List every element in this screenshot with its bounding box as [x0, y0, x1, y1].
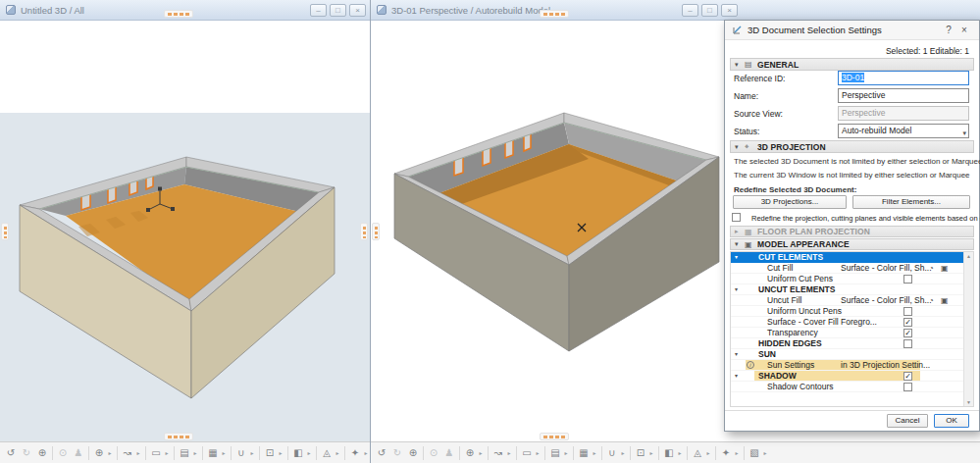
- chevron-right-icon[interactable]: ▸: [362, 449, 370, 456]
- caret-right-icon[interactable]: ▸: [735, 228, 745, 235]
- cancel-button[interactable]: Cancel: [887, 414, 928, 428]
- section-general[interactable]: ▾ ▤ GENERAL: [730, 58, 974, 71]
- screen-tool-button[interactable]: ⊡▸: [262, 444, 285, 462]
- tree-row-uniform-cut-pens[interactable]: Uniform Cut Pens: [731, 274, 963, 284]
- chevron-right-icon[interactable]: ▸: [334, 449, 341, 456]
- explore-button[interactable]: ♟: [441, 444, 457, 462]
- explore-button[interactable]: ♟: [71, 444, 86, 462]
- tree-row-shadow-contours[interactable]: Shadow Contours: [731, 382, 963, 392]
- reference-id-field[interactable]: 3D-01: [838, 71, 969, 85]
- clone-tool-button[interactable]: ◧▸: [661, 444, 685, 462]
- element-tool-button[interactable]: ▤▸: [547, 444, 571, 462]
- chevron-right-icon[interactable]: ▸: [134, 449, 142, 456]
- pan-options-button[interactable]: ↝▸: [120, 444, 143, 462]
- chevron-right-icon[interactable]: ▸: [591, 449, 598, 456]
- chevron-right-icon[interactable]: ▸: [191, 449, 199, 456]
- pane-splitter-left[interactable]: [372, 223, 380, 240]
- tree-row-shadow[interactable]: ▾SHADOW✓: [731, 371, 963, 382]
- pane-splitter-left[interactable]: [1, 223, 9, 240]
- surface-icon[interactable]: ▣: [941, 263, 949, 274]
- checkbox[interactable]: ✓: [903, 318, 912, 327]
- caret-down-icon[interactable]: ▾: [735, 349, 738, 360]
- tree-row-cut-elements[interactable]: ▾CUT ELEMENTS: [731, 252, 963, 263]
- scroll-down-icon[interactable]: ▼: [964, 399, 973, 405]
- checkbox[interactable]: ✓: [903, 329, 912, 337]
- tree-scrollbar[interactable]: ▲ ▼: [963, 252, 973, 406]
- pane-splitter-right[interactable]: [360, 223, 368, 240]
- caret-down-icon[interactable]: ▾: [735, 371, 738, 382]
- restore-button[interactable]: □: [701, 4, 718, 17]
- pan-options-button[interactable]: ↝▸: [490, 444, 514, 462]
- orbit-button[interactable]: ⊙: [426, 444, 441, 462]
- checkbox[interactable]: [903, 307, 912, 316]
- pane-splitter-top[interactable]: [164, 10, 193, 18]
- chevron-right-icon[interactable]: ▸: [619, 449, 627, 456]
- chevron-right-icon[interactable]: ▸: [733, 449, 741, 456]
- chevron-right-icon[interactable]: ▸: [676, 449, 684, 456]
- pens-icon[interactable]: ◔: [929, 295, 934, 306]
- zoom-to-fit-button[interactable]: ⊕: [405, 444, 421, 462]
- chevron-right-icon[interactable]: ▸: [534, 449, 542, 456]
- previous-view-button[interactable]: ↺: [374, 444, 389, 462]
- minimize-button[interactable]: –: [310, 4, 327, 17]
- tree-row-uniform-uncut-pens[interactable]: Uniform Uncut Pens: [731, 306, 963, 317]
- element-tool-button[interactable]: ▤▸: [177, 444, 200, 462]
- 3d-projections-button[interactable]: 3D Projections...: [733, 195, 847, 209]
- checkbox[interactable]: [903, 275, 912, 283]
- zoom-to-fit-button[interactable]: ⊕: [34, 444, 50, 462]
- chevron-right-icon[interactable]: ▸: [163, 449, 171, 456]
- morph-tool-button[interactable]: ◬▸: [690, 444, 713, 462]
- chevron-right-icon[interactable]: ▸: [248, 449, 256, 456]
- pane-splitter-bottom[interactable]: [540, 433, 569, 440]
- caret-down-icon[interactable]: ▾: [735, 61, 745, 69]
- chevron-right-icon[interactable]: ▸: [220, 449, 228, 456]
- box-tool-button[interactable]: ▧▸: [747, 444, 770, 462]
- name-field[interactable]: Perspective: [838, 88, 969, 103]
- tree-row-cut-fill[interactable]: Cut FillSurface - Color Fill, Sh...◔▣: [731, 263, 963, 274]
- clone-tool-button[interactable]: ◧▸: [290, 444, 314, 462]
- morph-tool-button[interactable]: ◬▸: [319, 444, 342, 462]
- dialog-close-button[interactable]: ×: [956, 25, 972, 35]
- previous-view-button[interactable]: ↺: [3, 444, 19, 462]
- checkbox[interactable]: [903, 339, 912, 348]
- caret-down-icon[interactable]: ▾: [735, 284, 738, 295]
- next-view-button[interactable]: ↻: [389, 444, 405, 462]
- caret-down-icon[interactable]: ▾: [735, 143, 745, 151]
- chevron-down-icon[interactable]: ▾: [962, 127, 966, 138]
- chevron-right-icon[interactable]: ▸: [647, 449, 655, 456]
- render-tool-button[interactable]: ✦▸: [718, 444, 742, 462]
- checkbox[interactable]: ✓: [903, 372, 912, 381]
- chevron-right-icon[interactable]: ▸: [305, 449, 313, 456]
- zoom-options-button[interactable]: ⊕▸: [91, 444, 115, 462]
- gravity-tool-button[interactable]: ∪▸: [604, 444, 628, 462]
- chevron-right-icon[interactable]: ▸: [562, 449, 570, 456]
- render-tool-button[interactable]: ✦▸: [347, 444, 370, 462]
- close-button[interactable]: ×: [349, 4, 366, 17]
- tree-row-hidden-edges[interactable]: HIDDEN EDGES: [731, 338, 963, 349]
- status-dropdown[interactable]: Auto-rebuild Model ▾: [838, 124, 969, 138]
- screen-tool-button[interactable]: ⊡▸: [633, 444, 656, 462]
- grid-tool-button[interactable]: ▦▸: [205, 444, 229, 462]
- section-model-appearance[interactable]: ▾ ▣ MODEL APPEARANCE: [730, 238, 974, 250]
- minimize-button[interactable]: –: [682, 4, 698, 17]
- tree-row-transparency[interactable]: Transparency✓: [731, 328, 963, 338]
- chevron-right-icon[interactable]: ▸: [477, 449, 485, 456]
- surface-icon[interactable]: ▣: [941, 295, 949, 306]
- tree-row-uncut-elements[interactable]: ▾UNCUT ELEMENTS: [731, 284, 963, 295]
- orbit-button[interactable]: ⊙: [55, 444, 71, 462]
- pane-splitter-top[interactable]: [540, 10, 569, 18]
- marquee-tool-button[interactable]: ▭▸: [519, 444, 542, 462]
- marquee-tool-button[interactable]: ▭▸: [148, 444, 172, 462]
- pane-splitter-bottom[interactable]: [164, 433, 193, 440]
- next-view-button[interactable]: ↻: [19, 444, 34, 462]
- gravity-tool-button[interactable]: ∪▸: [233, 444, 257, 462]
- scroll-up-icon[interactable]: ▲: [964, 253, 973, 259]
- ok-button[interactable]: OK: [934, 414, 969, 428]
- tree-row-sun[interactable]: ▾SUN: [731, 349, 963, 360]
- filter-elements-button[interactable]: Filter Elements...: [852, 195, 970, 209]
- section-3d-projection[interactable]: ▾ ⌖ 3D PROJECTION: [730, 140, 974, 153]
- chevron-right-icon[interactable]: ▸: [277, 449, 284, 456]
- chevron-right-icon[interactable]: ▸: [761, 449, 769, 456]
- chevron-right-icon[interactable]: ▸: [106, 449, 114, 456]
- pens-icon[interactable]: ◔: [929, 263, 934, 274]
